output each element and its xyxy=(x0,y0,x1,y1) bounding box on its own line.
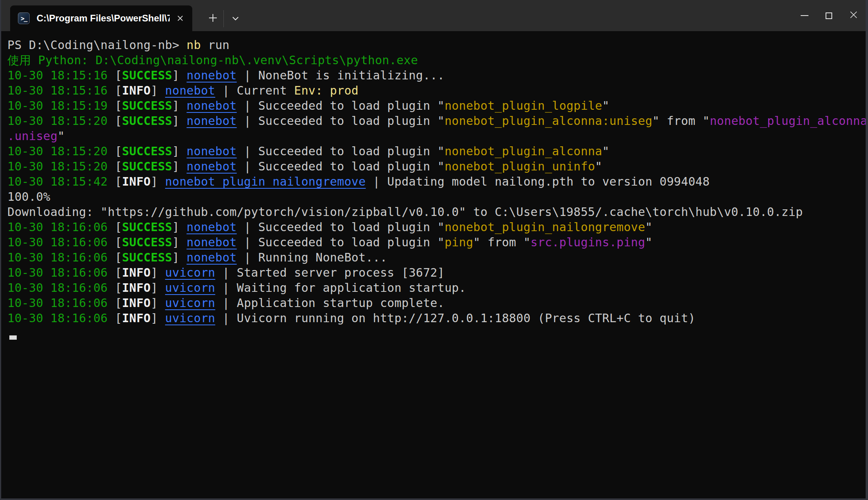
terminal-text: [ xyxy=(115,235,122,249)
minimize-icon xyxy=(801,15,808,16)
chevron-down-icon xyxy=(232,15,239,22)
terminal-text: ] xyxy=(172,160,187,173)
terminal-text: ] xyxy=(151,266,165,279)
terminal-text: 10-30 18:16:06 xyxy=(7,235,115,249)
powershell-icon: >_ xyxy=(18,12,30,24)
terminal-text: SUCCESS xyxy=(122,68,172,82)
terminal-text: " xyxy=(58,129,65,143)
terminal-line: 10-30 18:15:20 [SUCCESS] nonebot | Succe… xyxy=(7,113,866,128)
terminal-line: 使用 Python: D:\Coding\nailong-nb\.venv\Sc… xyxy=(7,53,866,68)
terminal-text: Downloading: "https://github.com/pytorch… xyxy=(7,205,803,219)
tab-dropdown-button[interactable] xyxy=(228,11,243,26)
tab-separator xyxy=(223,10,224,27)
terminal-text: nonebot_plugin_logpile xyxy=(445,99,602,112)
terminal-text: src.plugins.ping xyxy=(531,235,645,249)
logger-name-link: nonebot xyxy=(186,235,237,249)
titlebar-drag-region[interactable]: >_ C:\Program Files\PowerShell\7 xyxy=(1,0,866,31)
terminal-text: SUCCESS xyxy=(122,251,172,264)
window-controls xyxy=(792,0,866,31)
terminal-text: [ xyxy=(115,311,122,325)
terminal-text: ] xyxy=(151,175,165,188)
terminal-text: | Uvicorn running on http://127.0.0.1:18… xyxy=(215,311,696,325)
terminal-text: | Succeeded to load plugin " xyxy=(237,99,445,112)
terminal-text: ] xyxy=(151,296,165,310)
close-button[interactable] xyxy=(841,0,866,31)
terminal-line: 10-30 18:16:06 [INFO] uvicorn | Uvicorn … xyxy=(7,311,866,326)
terminal-text: 10-30 18:15:20 xyxy=(7,160,115,173)
terminal-text: nonebot_plugin_uninfo xyxy=(445,160,595,173)
logger-name-link: nonebot xyxy=(186,68,237,82)
terminal-text: | Waiting for application startup. xyxy=(215,281,466,295)
logger-name-link: nonebot xyxy=(186,251,237,264)
terminal-line: 10-30 18:15:20 [SUCCESS] nonebot | Succe… xyxy=(7,159,866,174)
terminal-text: " xyxy=(602,144,609,158)
terminal-text: Env: prod xyxy=(294,84,359,97)
terminal-text: 100.0% xyxy=(7,190,50,204)
terminal-text: SUCCESS xyxy=(122,235,172,249)
terminal-text: 10-30 18:16:06 xyxy=(7,266,115,279)
terminal-line: 10-30 18:15:16 [SUCCESS] nonebot | NoneB… xyxy=(7,68,866,83)
tab-close-icon[interactable] xyxy=(174,12,187,25)
terminal-text: ] xyxy=(172,251,187,264)
terminal-text: [ xyxy=(115,114,122,128)
plus-icon xyxy=(207,12,218,25)
terminal-text: | Succeeded to load plugin " xyxy=(237,144,445,158)
terminal-line: 10-30 18:16:06 [INFO] uvicorn | Waiting … xyxy=(7,280,866,295)
terminal-text: | Application startup complete. xyxy=(215,296,445,310)
terminal-text: " xyxy=(645,220,652,234)
terminal-text: | Updating model nailong.pth to version … xyxy=(366,175,710,188)
terminal-text: 10-30 18:16:06 xyxy=(7,296,115,310)
terminal-text: PS D:\Coding\nailong-nb> xyxy=(7,38,186,52)
terminal-text: INFO xyxy=(122,175,151,188)
terminal-line: 10-30 18:16:06 [SUCCESS] nonebot | Succe… xyxy=(7,235,866,250)
terminal-text: 10-30 18:15:20 xyxy=(7,114,115,128)
terminal-text: [ xyxy=(115,266,122,279)
terminal-text: " xyxy=(602,99,609,112)
terminal-line: 10-30 18:15:16 [INFO] nonebot | Current … xyxy=(7,83,866,98)
terminal-text: INFO xyxy=(122,311,151,325)
logger-name-link: nonebot xyxy=(186,144,237,158)
logger-name-link: uvicorn xyxy=(165,311,215,325)
terminal-text: INFO xyxy=(122,296,151,310)
minimize-button[interactable] xyxy=(792,0,817,31)
logger-name-link: uvicorn xyxy=(165,296,215,310)
terminal-output[interactable]: PS D:\Coding\nailong-nb> nb run使用 Python… xyxy=(1,31,866,498)
terminal-text: [ xyxy=(115,84,122,97)
terminal-text: " xyxy=(595,160,602,173)
terminal-line: 10-30 18:16:06 [INFO] uvicorn | Started … xyxy=(7,265,866,280)
terminal-text: ] xyxy=(151,311,165,325)
terminal-text: 10-30 18:15:19 xyxy=(7,99,115,112)
terminal-text: ] xyxy=(172,114,187,128)
terminal-text: SUCCESS xyxy=(122,220,172,234)
maximize-icon xyxy=(826,12,832,19)
terminal-text: nb xyxy=(186,38,201,52)
terminal-text: SUCCESS xyxy=(122,114,172,128)
terminal-text: [ xyxy=(115,281,122,295)
terminal-line: 10-30 18:16:06 [SUCCESS] nonebot | Succe… xyxy=(7,219,866,235)
terminal-text: [ xyxy=(115,99,122,112)
terminal-text: ] xyxy=(172,235,187,249)
terminal-text: [ xyxy=(115,175,122,188)
terminal-text: [ xyxy=(115,296,122,310)
terminal-text: " xyxy=(645,235,652,249)
terminal-text: SUCCESS xyxy=(122,160,172,173)
maximize-button[interactable] xyxy=(817,0,841,31)
terminal-text: | Current xyxy=(215,84,294,97)
terminal-text: | Succeeded to load plugin " xyxy=(237,160,445,173)
logger-name-link: uvicorn xyxy=(165,266,215,279)
terminal-text: INFO xyxy=(122,84,151,97)
tab-powershell[interactable]: >_ C:\Program Files\PowerShell\7 xyxy=(10,5,192,31)
terminal-text: .uniseg xyxy=(7,129,58,143)
terminal-text: | Running NoneBot... xyxy=(237,251,387,264)
terminal-text: | Succeeded to load plugin " xyxy=(237,220,445,234)
terminal-text: | Succeeded to load plugin " xyxy=(237,114,445,128)
new-tab-button[interactable] xyxy=(205,11,221,26)
terminal-text: 10-30 18:16:06 xyxy=(7,220,115,234)
terminal-text: nonebot_plugin_alconna xyxy=(445,144,602,158)
terminal-text: 10-30 18:16:06 xyxy=(7,281,115,295)
terminal-text: | Started server process [3672] xyxy=(215,266,445,279)
terminal-line: Downloading: "https://github.com/pytorch… xyxy=(7,204,866,219)
terminal-text: run xyxy=(201,38,230,52)
terminal-text: 10-30 18:15:42 xyxy=(7,175,115,188)
terminal-text: nonebot_plugin_alconna xyxy=(710,114,866,128)
